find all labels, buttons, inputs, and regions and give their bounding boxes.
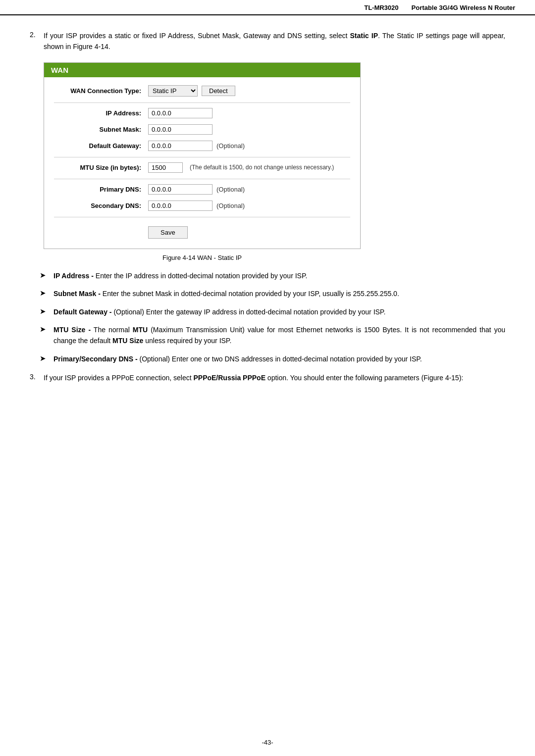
product-name: Portable 3G/4G Wireless N Router [412, 4, 515, 11]
bullet-ip-text: Enter the IP address in dotted-decimal n… [96, 272, 308, 280]
divider-2 [54, 157, 350, 157]
connection-type-label: WAN Connection Type: [54, 87, 148, 95]
bullet-arrow-3: ➤ [40, 306, 54, 316]
bullet-ip-bold: IP Address - [54, 272, 94, 280]
para-3-text-after: option. You should enter the following p… [266, 374, 463, 382]
bullet-gateway-bold: Default Gateway - [54, 308, 111, 316]
default-gateway-controls: (Optional) [148, 141, 245, 151]
primary-dns-input[interactable] [148, 184, 213, 195]
para-3-bold: PPPoE/Russia PPPoE [193, 374, 266, 382]
page-container: TL-MR3020 Portable 3G/4G Wireless N Rout… [0, 0, 535, 756]
save-button[interactable]: Save [148, 226, 188, 239]
bullet-item-dns: ➤ Primary/Secondary DNS - (Optional) Ent… [40, 353, 505, 364]
secondary-dns-row: Secondary DNS: (Optional) [54, 201, 350, 211]
detect-button[interactable]: Detect [202, 86, 235, 96]
paragraph-2: 2. If your ISP provides a static or fixe… [30, 30, 505, 52]
bullet-mtu-bold: MTU Size - [54, 326, 91, 334]
para-3-text-before: If your ISP provides a PPPoE connection,… [44, 374, 193, 382]
page-header: TL-MR3020 Portable 3G/4G Wireless N Rout… [0, 0, 535, 15]
paragraph-3: 3. If your ISP provides a PPPoE connecti… [30, 372, 505, 383]
bullet-text-subnet: Subnet Mask - Enter the subnet Mask in d… [54, 288, 399, 299]
default-gateway-label: Default Gateway: [54, 142, 148, 150]
bullet-item-subnet: ➤ Subnet Mask - Enter the subnet Mask in… [40, 288, 505, 299]
header-title: TL-MR3020 Portable 3G/4G Wireless N Rout… [364, 4, 515, 11]
connection-type-row: WAN Connection Type: Static IP Detect [54, 85, 350, 97]
wan-body: WAN Connection Type: Static IP Detect IP… [44, 77, 360, 249]
secondary-dns-optional: (Optional) [216, 202, 245, 209]
bullet-subnet-bold: Subnet Mask - [54, 290, 101, 298]
connection-type-controls: Static IP Detect [148, 85, 235, 97]
subnet-mask-row: Subnet Mask: [54, 124, 350, 135]
ip-address-input[interactable] [148, 108, 213, 118]
figure-caption: Figure 4-14 WAN - Static IP [44, 254, 361, 261]
default-gateway-input[interactable] [148, 141, 213, 151]
bullet-mtu-text1: The normal [94, 326, 133, 334]
subnet-mask-input[interactable] [148, 124, 213, 135]
divider-1 [54, 102, 350, 103]
para-2-text: If your ISP provides a static or fixed I… [44, 30, 505, 52]
bullet-subnet-text: Enter the subnet Mask in dotted-decimal … [103, 290, 399, 298]
mtu-hint: (The default is 1500, do not change unle… [190, 164, 334, 171]
bullet-item-gateway: ➤ Default Gateway - (Optional) Enter the… [40, 306, 505, 317]
page-number: -43- [262, 739, 273, 746]
model-name: TL-MR3020 [364, 4, 398, 11]
content-area: 2. If your ISP provides a static or fixe… [0, 15, 535, 408]
secondary-dns-label: Secondary DNS: [54, 202, 148, 209]
bullet-text-gateway: Default Gateway - (Optional) Enter the g… [54, 306, 385, 317]
bullet-item-ip: ➤ IP Address - Enter the IP address in d… [40, 270, 505, 281]
bullet-mtu-text3: unless required by your ISP. [143, 337, 231, 345]
subnet-mask-label: Subnet Mask: [54, 126, 148, 133]
wan-header: WAN [44, 63, 360, 77]
para-2-text-before: If your ISP provides a static or fixed I… [44, 32, 350, 40]
ip-address-label: IP Address: [54, 109, 148, 117]
secondary-dns-input[interactable] [148, 201, 213, 211]
bullet-list: ➤ IP Address - Enter the IP address in d… [40, 270, 505, 364]
ip-address-row: IP Address: [54, 108, 350, 118]
bullet-text-mtu: MTU Size - The normal MTU (Maximum Trans… [54, 324, 505, 347]
para-2-number: 2. [30, 30, 44, 39]
wan-type-select[interactable]: Static IP [148, 85, 198, 97]
wan-header-title: WAN [51, 66, 68, 74]
para-2-bold: Static IP [350, 32, 378, 40]
primary-dns-label: Primary DNS: [54, 186, 148, 193]
bullet-text-dns: Primary/Secondary DNS - (Optional) Enter… [54, 353, 422, 364]
default-gateway-row: Default Gateway: (Optional) [54, 141, 350, 151]
bullet-arrow-5: ➤ [40, 353, 54, 363]
bullet-dns-bold: Primary/Secondary DNS - [54, 355, 138, 363]
save-row: Save [54, 222, 350, 244]
mtu-row: MTU Size (in bytes): (The default is 150… [54, 162, 350, 173]
subnet-mask-controls [148, 124, 213, 135]
mtu-label: MTU Size (in bytes): [54, 164, 148, 171]
mtu-controls: (The default is 1500, do not change unle… [148, 162, 334, 173]
bullet-mtu-bold3: MTU Size [112, 337, 143, 345]
bullet-gateway-text: (Optional) Enter the gateway IP address … [113, 308, 385, 316]
bullet-text-ip: IP Address - Enter the IP address in dot… [54, 270, 307, 281]
divider-4 [54, 217, 350, 217]
bullet-dns-text: (Optional) Enter one or two DNS addresse… [140, 355, 422, 363]
divider-3 [54, 179, 350, 179]
secondary-dns-controls: (Optional) [148, 201, 245, 211]
para-3-number: 3. [30, 372, 44, 381]
mtu-input[interactable] [148, 162, 183, 173]
default-gateway-optional: (Optional) [216, 142, 245, 150]
ip-address-controls [148, 108, 213, 118]
bullet-arrow-4: ➤ [40, 324, 54, 334]
primary-dns-controls: (Optional) [148, 184, 245, 195]
primary-dns-optional: (Optional) [216, 186, 245, 193]
wan-settings-box: WAN WAN Connection Type: Static IP Detec… [44, 62, 361, 249]
primary-dns-row: Primary DNS: (Optional) [54, 184, 350, 195]
bullet-item-mtu: ➤ MTU Size - The normal MTU (Maximum Tra… [40, 324, 505, 347]
para-3-text: If your ISP provides a PPPoE connection,… [44, 372, 463, 383]
bullet-mtu-bold2: MTU [133, 326, 148, 334]
bullet-arrow-2: ➤ [40, 288, 54, 298]
bullet-arrow-1: ➤ [40, 270, 54, 280]
page-footer: -43- [0, 739, 535, 746]
